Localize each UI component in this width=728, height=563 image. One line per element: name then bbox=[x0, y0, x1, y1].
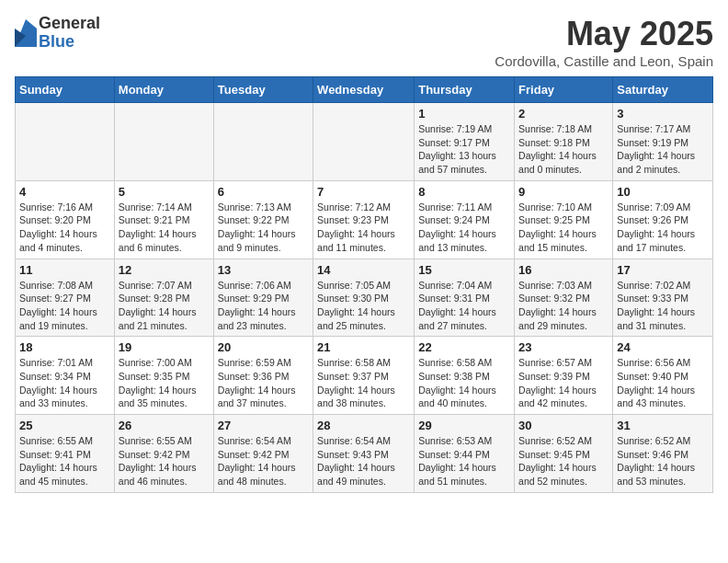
calendar-cell: 28Sunrise: 6:54 AM Sunset: 9:43 PM Dayli… bbox=[313, 415, 415, 493]
week-row-3: 11Sunrise: 7:08 AM Sunset: 9:27 PM Dayli… bbox=[16, 259, 713, 337]
calendar-cell: 18Sunrise: 7:01 AM Sunset: 9:34 PM Dayli… bbox=[16, 337, 115, 415]
day-number: 15 bbox=[418, 263, 510, 277]
day-number: 28 bbox=[317, 419, 410, 432]
day-number: 17 bbox=[617, 263, 709, 277]
calendar-cell: 7Sunrise: 7:12 AM Sunset: 9:23 PM Daylig… bbox=[313, 180, 415, 259]
day-info: Sunrise: 6:56 AM Sunset: 9:40 PM Dayligh… bbox=[617, 357, 695, 408]
day-number: 8 bbox=[418, 185, 510, 199]
calendar-cell: 20Sunrise: 6:59 AM Sunset: 9:36 PM Dayli… bbox=[213, 337, 313, 415]
calendar-cell bbox=[213, 103, 313, 181]
day-info: Sunrise: 7:05 AM Sunset: 9:30 PM Dayligh… bbox=[317, 280, 395, 331]
calendar-body: 1Sunrise: 7:19 AM Sunset: 9:17 PM Daylig… bbox=[16, 103, 713, 493]
calendar-cell: 25Sunrise: 6:55 AM Sunset: 9:41 PM Dayli… bbox=[16, 415, 115, 493]
day-number: 10 bbox=[617, 185, 709, 199]
calendar-cell: 1Sunrise: 7:19 AM Sunset: 9:17 PM Daylig… bbox=[415, 103, 515, 181]
day-number: 5 bbox=[119, 185, 210, 199]
day-info: Sunrise: 7:09 AM Sunset: 9:26 PM Dayligh… bbox=[617, 201, 695, 253]
calendar-cell: 8Sunrise: 7:11 AM Sunset: 9:24 PM Daylig… bbox=[415, 180, 515, 259]
calendar-cell: 27Sunrise: 6:54 AM Sunset: 9:42 PM Dayli… bbox=[213, 415, 313, 493]
day-info: Sunrise: 7:04 AM Sunset: 9:31 PM Dayligh… bbox=[418, 280, 496, 331]
calendar-cell: 14Sunrise: 7:05 AM Sunset: 9:30 PM Dayli… bbox=[313, 259, 415, 337]
calendar-cell: 5Sunrise: 7:14 AM Sunset: 9:21 PM Daylig… bbox=[114, 180, 213, 259]
day-info: Sunrise: 7:02 AM Sunset: 9:33 PM Dayligh… bbox=[617, 280, 695, 331]
day-info: Sunrise: 7:00 AM Sunset: 9:35 PM Dayligh… bbox=[119, 357, 197, 408]
calendar-cell: 26Sunrise: 6:55 AM Sunset: 9:42 PM Dayli… bbox=[114, 415, 213, 493]
day-number: 2 bbox=[518, 107, 609, 121]
day-number: 22 bbox=[418, 340, 510, 354]
week-row-1: 1Sunrise: 7:19 AM Sunset: 9:17 PM Daylig… bbox=[16, 103, 713, 181]
calendar-cell: 13Sunrise: 7:06 AM Sunset: 9:29 PM Dayli… bbox=[213, 259, 313, 337]
day-number: 20 bbox=[218, 340, 309, 354]
calendar-cell: 19Sunrise: 7:00 AM Sunset: 9:35 PM Dayli… bbox=[114, 337, 213, 415]
day-info: Sunrise: 6:53 AM Sunset: 9:44 PM Dayligh… bbox=[418, 435, 496, 487]
day-info: Sunrise: 6:58 AM Sunset: 9:38 PM Dayligh… bbox=[418, 357, 496, 408]
day-info: Sunrise: 6:52 AM Sunset: 9:45 PM Dayligh… bbox=[518, 435, 597, 487]
day-number: 11 bbox=[19, 263, 110, 277]
day-info: Sunrise: 6:54 AM Sunset: 9:43 PM Dayligh… bbox=[317, 435, 395, 487]
day-info: Sunrise: 7:19 AM Sunset: 9:17 PM Dayligh… bbox=[418, 123, 496, 175]
logo-icon bbox=[15, 19, 37, 47]
week-row-4: 18Sunrise: 7:01 AM Sunset: 9:34 PM Dayli… bbox=[16, 337, 713, 415]
calendar-cell: 11Sunrise: 7:08 AM Sunset: 9:27 PM Dayli… bbox=[16, 259, 115, 337]
calendar-cell: 22Sunrise: 6:58 AM Sunset: 9:38 PM Dayli… bbox=[415, 337, 515, 415]
calendar-cell bbox=[313, 103, 415, 181]
calendar-cell: 23Sunrise: 6:57 AM Sunset: 9:39 PM Dayli… bbox=[515, 337, 613, 415]
day-number: 14 bbox=[317, 263, 410, 277]
day-info: Sunrise: 7:11 AM Sunset: 9:24 PM Dayligh… bbox=[418, 201, 496, 253]
calendar-cell: 12Sunrise: 7:07 AM Sunset: 9:28 PM Dayli… bbox=[114, 259, 213, 337]
day-number: 24 bbox=[617, 340, 709, 354]
day-info: Sunrise: 6:55 AM Sunset: 9:42 PM Dayligh… bbox=[119, 435, 197, 487]
day-number: 26 bbox=[119, 419, 210, 432]
header-row: SundayMondayTuesdayWednesdayThursdayFrid… bbox=[16, 77, 713, 103]
day-number: 25 bbox=[19, 419, 110, 432]
day-number: 29 bbox=[418, 419, 510, 432]
calendar-cell: 24Sunrise: 6:56 AM Sunset: 9:40 PM Dayli… bbox=[613, 337, 713, 415]
calendar-header: SundayMondayTuesdayWednesdayThursdayFrid… bbox=[16, 77, 713, 103]
header-day-friday: Friday bbox=[515, 77, 613, 103]
day-number: 4 bbox=[19, 185, 110, 199]
title-section: May 2025 Cordovilla, Castille and Leon, … bbox=[495, 15, 713, 69]
calendar-cell: 17Sunrise: 7:02 AM Sunset: 9:33 PM Dayli… bbox=[613, 259, 713, 337]
header-day-sunday: Sunday bbox=[16, 77, 115, 103]
calendar-cell: 31Sunrise: 6:52 AM Sunset: 9:46 PM Dayli… bbox=[613, 415, 713, 493]
day-number: 1 bbox=[418, 107, 510, 121]
calendar-cell: 10Sunrise: 7:09 AM Sunset: 9:26 PM Dayli… bbox=[613, 180, 713, 259]
day-number: 9 bbox=[518, 185, 609, 199]
day-number: 23 bbox=[518, 340, 609, 354]
day-info: Sunrise: 6:55 AM Sunset: 9:41 PM Dayligh… bbox=[19, 435, 97, 487]
calendar-cell: 2Sunrise: 7:18 AM Sunset: 9:18 PM Daylig… bbox=[515, 103, 613, 181]
calendar-cell: 21Sunrise: 6:58 AM Sunset: 9:37 PM Dayli… bbox=[313, 337, 415, 415]
calendar-cell: 4Sunrise: 7:16 AM Sunset: 9:20 PM Daylig… bbox=[16, 180, 115, 259]
header-day-tuesday: Tuesday bbox=[213, 77, 313, 103]
calendar-cell: 16Sunrise: 7:03 AM Sunset: 9:32 PM Dayli… bbox=[515, 259, 613, 337]
calendar-cell: 30Sunrise: 6:52 AM Sunset: 9:45 PM Dayli… bbox=[515, 415, 613, 493]
day-info: Sunrise: 7:08 AM Sunset: 9:27 PM Dayligh… bbox=[19, 280, 97, 331]
calendar-cell: 15Sunrise: 7:04 AM Sunset: 9:31 PM Dayli… bbox=[415, 259, 515, 337]
day-number: 19 bbox=[119, 340, 210, 354]
day-info: Sunrise: 7:06 AM Sunset: 9:29 PM Dayligh… bbox=[218, 280, 296, 331]
main-title: May 2025 bbox=[495, 15, 713, 53]
logo: General Blue bbox=[15, 15, 100, 52]
day-number: 31 bbox=[617, 419, 709, 432]
day-info: Sunrise: 7:01 AM Sunset: 9:34 PM Dayligh… bbox=[19, 357, 97, 408]
header-day-thursday: Thursday bbox=[415, 77, 515, 103]
day-info: Sunrise: 7:13 AM Sunset: 9:22 PM Dayligh… bbox=[218, 201, 296, 253]
day-info: Sunrise: 7:17 AM Sunset: 9:19 PM Dayligh… bbox=[617, 123, 695, 175]
subtitle: Cordovilla, Castille and Leon, Spain bbox=[495, 53, 713, 69]
day-number: 21 bbox=[317, 340, 410, 354]
day-info: Sunrise: 7:10 AM Sunset: 9:25 PM Dayligh… bbox=[518, 201, 597, 253]
calendar-cell: 6Sunrise: 7:13 AM Sunset: 9:22 PM Daylig… bbox=[213, 180, 313, 259]
page-header: General Blue May 2025 Cordovilla, Castil… bbox=[15, 15, 713, 69]
day-number: 30 bbox=[518, 419, 609, 432]
calendar-cell bbox=[114, 103, 213, 181]
day-info: Sunrise: 7:16 AM Sunset: 9:20 PM Dayligh… bbox=[19, 201, 97, 253]
day-info: Sunrise: 7:18 AM Sunset: 9:18 PM Dayligh… bbox=[518, 123, 597, 175]
calendar-cell: 9Sunrise: 7:10 AM Sunset: 9:25 PM Daylig… bbox=[515, 180, 613, 259]
day-info: Sunrise: 6:59 AM Sunset: 9:36 PM Dayligh… bbox=[218, 357, 296, 408]
day-info: Sunrise: 7:07 AM Sunset: 9:28 PM Dayligh… bbox=[119, 280, 197, 331]
day-info: Sunrise: 6:54 AM Sunset: 9:42 PM Dayligh… bbox=[218, 435, 296, 487]
header-day-saturday: Saturday bbox=[613, 77, 713, 103]
calendar-cell: 3Sunrise: 7:17 AM Sunset: 9:19 PM Daylig… bbox=[613, 103, 713, 181]
day-info: Sunrise: 6:57 AM Sunset: 9:39 PM Dayligh… bbox=[518, 357, 597, 408]
day-number: 3 bbox=[617, 107, 709, 121]
